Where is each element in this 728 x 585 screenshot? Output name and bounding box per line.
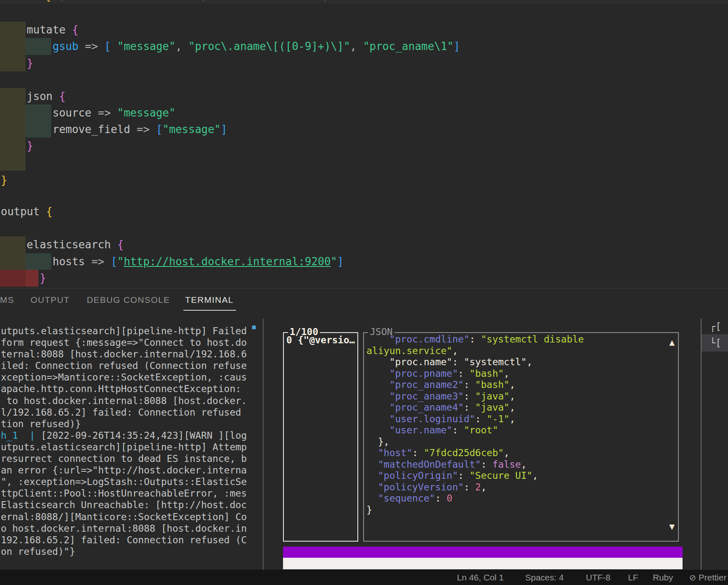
token: : bbox=[464, 402, 475, 413]
token: remove_field bbox=[1, 123, 130, 136]
json-line: "user.loginuid": "-1", bbox=[366, 414, 667, 425]
json-line: "proc_aname3": "java", bbox=[366, 391, 667, 402]
formatter-status[interactable]: ⊘Prettier bbox=[689, 570, 726, 585]
terminal-list-item-selected[interactable]: └[ bbox=[702, 334, 728, 352]
code-line: mutate { bbox=[1, 21, 79, 38]
event-list-item[interactable]: 0 {"@versio… bbox=[286, 335, 355, 345]
json-line: "sequence": 0 bbox=[366, 493, 667, 504]
json-line: "host": "7fdcd25d6ceb", bbox=[366, 447, 667, 459]
token: utputs.elasticsearch][pipeline-http] Fai… bbox=[1, 326, 247, 336]
token: "7fdcd25d6ceb" bbox=[423, 447, 504, 458]
token: [ bbox=[104, 40, 117, 52]
token: json bbox=[1, 90, 59, 102]
token: resurrect connection to dead ES instance… bbox=[1, 453, 247, 464]
token: : bbox=[464, 391, 475, 402]
scroll-down-arrow[interactable]: ▼ bbox=[669, 521, 675, 532]
token: aliyun.service" bbox=[366, 345, 452, 356]
status-bar: Ln 46, Col 1 Spaces: 4 UTF-8 LF Ruby ⊘Pr… bbox=[0, 570, 728, 585]
json-detail-box[interactable]: JSON ▲ ▼ "proc.cmdline": "systemctl disa… bbox=[363, 332, 679, 542]
token: , bbox=[509, 414, 515, 424]
token: } bbox=[1, 174, 7, 186]
tab-output[interactable]: OUTPUT bbox=[31, 295, 70, 305]
token: : bbox=[435, 493, 447, 504]
token: iled: Connection refused (Connection ref… bbox=[1, 360, 247, 371]
token: [ bbox=[156, 123, 163, 136]
terminal-instance-list: ┌[ └[ bbox=[702, 319, 728, 570]
token: : bbox=[464, 379, 475, 390]
json-line: "proc_aname2": "bash", bbox=[366, 379, 667, 391]
token: [ bbox=[111, 255, 117, 268]
token: , bbox=[504, 447, 509, 458]
scroll-up-arrow[interactable]: ▲ bbox=[669, 337, 675, 347]
bottom-panel: MS OUTPUT DEBUG CONSOLE TERMINAL utputs.… bbox=[0, 288, 728, 570]
log-line: xception=>Manticore::SocketException, :c… bbox=[1, 371, 262, 383]
token: "bash" bbox=[475, 379, 509, 390]
formatter-label: Prettier bbox=[699, 573, 727, 582]
token: mutate bbox=[1, 24, 72, 36]
terminal-list-item[interactable]: ┌[ bbox=[702, 319, 728, 334]
log-line: form request {:message=>"Connect to host… bbox=[1, 337, 262, 348]
token: => bbox=[130, 123, 156, 136]
token: { bbox=[72, 24, 79, 36]
token: elasticsearch bbox=[1, 238, 117, 251]
token: => bbox=[79, 40, 105, 52]
cursor-position[interactable]: Ln 46, Col 1 bbox=[457, 570, 504, 585]
tab-problems-partial[interactable]: MS bbox=[0, 295, 14, 305]
code-editor[interactable]: { mutate { gsub => [ "message", "proc\.a… bbox=[0, 0, 728, 288]
token: ttpClient::Pool::HostUnreachableError, :… bbox=[1, 488, 247, 499]
token: , bbox=[509, 391, 515, 402]
token bbox=[18, 430, 30, 441]
token: "proc_aname2" bbox=[366, 379, 464, 390]
token: { bbox=[46, 205, 53, 218]
code-line: } bbox=[1, 138, 33, 154]
log-line: iled: Connection refused (Connection ref… bbox=[1, 360, 262, 371]
log-line: ttpClient::Pool::HostUnreachableError, :… bbox=[1, 488, 262, 499]
token: => bbox=[91, 107, 117, 119]
log-line: 192.168.65.2] failed: Connection refused… bbox=[1, 534, 262, 546]
token: } bbox=[366, 504, 372, 515]
log-line: l/192.168.65.2] failed: Connection refus… bbox=[1, 407, 262, 418]
language-mode[interactable]: Ruby bbox=[653, 570, 673, 585]
token: ] bbox=[337, 255, 344, 268]
terminal-log-pane[interactable]: utputs.elasticsearch][pipeline-http] Fai… bbox=[1, 319, 262, 570]
code-line: gsub => [ "message", "proc\.aname\[([0-9… bbox=[1, 38, 460, 55]
eol-setting[interactable]: LF bbox=[628, 570, 638, 585]
token: } bbox=[27, 57, 33, 69]
token: }, bbox=[366, 436, 389, 447]
token: " bbox=[117, 255, 124, 268]
code-line: hosts => ["http://host.docker.internal:9… bbox=[1, 253, 344, 270]
token: form request {:message=>"Connect to host… bbox=[1, 337, 247, 348]
token: ] bbox=[454, 40, 460, 52]
json-line: "proc.cmdline": "systemctl disable bbox=[366, 334, 667, 345]
indentation-setting[interactable]: Spaces: 4 bbox=[525, 570, 564, 585]
tab-debug-console[interactable]: DEBUG CONSOLE bbox=[87, 295, 170, 305]
token: , bbox=[176, 40, 188, 52]
json-line: aliyun.service", bbox=[366, 345, 667, 357]
token: "sequence" bbox=[366, 493, 435, 504]
token: to host.docker.internal:8088 [host.docke… bbox=[1, 395, 247, 406]
tab-terminal[interactable]: TERMINAL bbox=[185, 295, 233, 305]
token: : bbox=[458, 368, 470, 379]
panel-tab-bar: MS OUTPUT DEBUG CONSOLE TERMINAL bbox=[0, 288, 728, 318]
token: : bbox=[469, 334, 481, 345]
token: tion refused)} bbox=[1, 419, 81, 429]
token: h_1 bbox=[1, 430, 18, 441]
json-line: "matchedOnDefault": false, bbox=[366, 459, 667, 471]
token: "proc_aname3" bbox=[366, 391, 464, 402]
code-line: } bbox=[1, 270, 46, 286]
log-line: ernal:8088/][Manticore::SocketException]… bbox=[1, 511, 262, 523]
token: Elasticsearch Unreachable: [http://host.… bbox=[1, 499, 247, 510]
pane-separator[interactable] bbox=[263, 319, 264, 570]
token: an error {:url=>"http://host.docker.inte… bbox=[1, 465, 247, 476]
log-line: on refused)"} bbox=[1, 546, 262, 557]
token: "user.name" bbox=[366, 425, 452, 435]
token: 0 bbox=[447, 493, 452, 504]
code-line: output { bbox=[1, 203, 52, 220]
json-content: "proc.cmdline": "systemctl disablealiyun… bbox=[366, 334, 667, 516]
file-encoding[interactable]: UTF-8 bbox=[586, 570, 611, 585]
events-list-box[interactable]: 1/100 0 {"@versio… bbox=[283, 332, 358, 542]
token: => bbox=[85, 255, 111, 268]
log-line: tion refused)} bbox=[1, 418, 262, 430]
token: "proc.pname" bbox=[366, 368, 458, 379]
token: "proc\.aname\[([0-9]+)\]" bbox=[188, 40, 350, 52]
